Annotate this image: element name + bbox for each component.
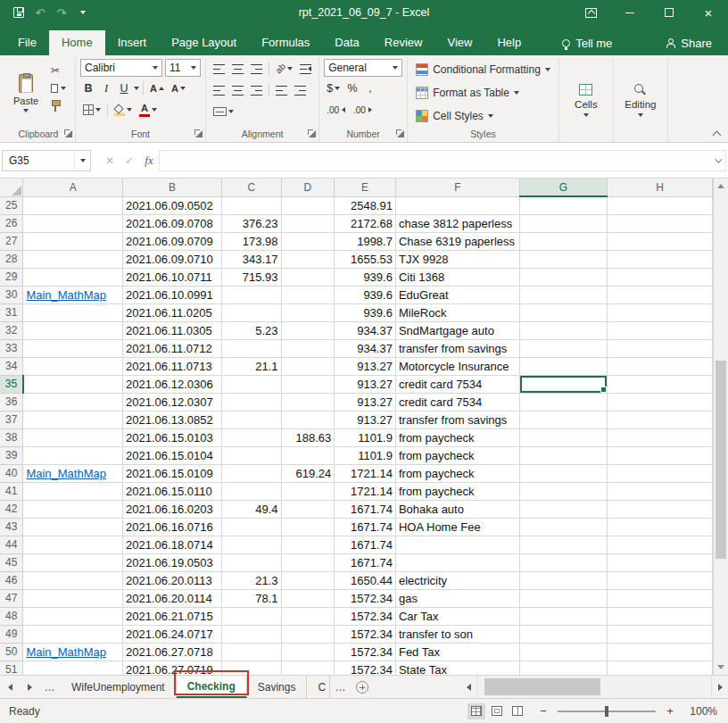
cell-F41[interactable]: from paycheck [395, 482, 519, 500]
cell-E35[interactable]: 913.27 [335, 375, 396, 393]
row-header-27[interactable]: 27 [0, 232, 23, 250]
cell-E43[interactable]: 1671.74 [335, 518, 396, 536]
cell-E29[interactable]: 939.6 [335, 268, 396, 286]
row-header-39[interactable]: 39 [0, 446, 23, 464]
cell-F39[interactable]: from paycheck [395, 446, 519, 464]
zoom-slider[interactable] [558, 711, 656, 712]
cell-A37[interactable] [23, 411, 123, 428]
cell-A32[interactable] [23, 321, 123, 339]
cell-H35[interactable] [608, 375, 713, 393]
cell-H47[interactable] [608, 589, 713, 607]
cell-G36[interactable] [519, 393, 607, 411]
column-header-D[interactable]: D [281, 179, 335, 196]
clipboard-dialog-launcher[interactable] [64, 129, 72, 137]
cell-H42[interactable] [608, 500, 713, 518]
cell-E47[interactable]: 1572.34 [335, 589, 396, 607]
cell-D50[interactable] [281, 643, 335, 661]
cell-A38[interactable] [23, 428, 123, 446]
row-header-34[interactable]: 34 [0, 357, 23, 375]
sheet-tab-wifeunemployment[interactable]: WifeUnemployment [61, 676, 177, 698]
cell-H37[interactable] [608, 411, 713, 428]
cell-D49[interactable] [281, 625, 335, 643]
column-header-H[interactable]: H [608, 179, 713, 196]
scroll-up-button[interactable] [714, 179, 728, 194]
cell-F25[interactable] [395, 196, 519, 214]
cell-C45[interactable] [221, 553, 281, 571]
cell-B40[interactable]: 2021.06.15.0109 [123, 464, 222, 482]
currency-format-button[interactable]: $ [324, 79, 343, 97]
cell-B33[interactable]: 2021.06.11.0712 [123, 339, 222, 357]
hyperlink-main_mathmap[interactable]: Main_MathMap [26, 645, 106, 659]
cell-H28[interactable] [608, 250, 713, 268]
cell-C33[interactable] [221, 339, 281, 357]
cell-A30[interactable]: Main_MathMap [23, 286, 123, 303]
cell-C51[interactable] [221, 661, 281, 675]
cell-E41[interactable]: 1721.14 [335, 482, 396, 500]
cell-A28[interactable] [23, 250, 123, 268]
row-header-32[interactable]: 32 [0, 321, 23, 339]
cell-B44[interactable]: 2021.06.18.0714 [123, 536, 222, 553]
cell-F47[interactable]: gas [395, 589, 519, 607]
cell-C30[interactable] [221, 286, 281, 303]
column-header-G[interactable]: G [519, 179, 607, 196]
cell-D27[interactable] [281, 232, 335, 250]
cell-A43[interactable] [23, 518, 123, 536]
cell-A27[interactable] [23, 232, 123, 250]
expand-formula-bar-button[interactable] [708, 150, 726, 171]
vertical-scrollbar[interactable] [713, 179, 728, 675]
row-header-49[interactable]: 49 [0, 625, 23, 643]
align-middle-button[interactable] [229, 60, 246, 78]
redo-button[interactable]: ↷ [52, 2, 71, 23]
cell-F48[interactable]: Car Tax [395, 607, 519, 625]
cell-E46[interactable]: 1650.44 [335, 571, 396, 589]
row-header-41[interactable]: 41 [0, 482, 23, 500]
cell-G48[interactable] [519, 607, 607, 625]
cell-B43[interactable]: 2021.06.16.0716 [123, 518, 222, 536]
cell-G51[interactable] [519, 661, 607, 675]
cell-C44[interactable] [221, 536, 281, 553]
cell-H46[interactable] [608, 571, 713, 589]
previous-sheet-button[interactable] [0, 676, 20, 698]
cell-H51[interactable] [608, 661, 713, 675]
cell-D36[interactable] [281, 393, 335, 411]
normal-view-button[interactable] [467, 703, 485, 719]
maximize-button[interactable] [649, 0, 689, 25]
cell-A33[interactable] [23, 339, 123, 357]
ribbon-tab-view[interactable]: View [434, 30, 484, 55]
cell-E27[interactable]: 1998.7 [335, 232, 396, 250]
column-header-F[interactable]: F [395, 179, 519, 196]
cell-B50[interactable]: 2021.06.27.0718 [123, 643, 222, 661]
editing-button[interactable]: Editing [618, 62, 663, 139]
cell-G30[interactable] [519, 286, 607, 303]
horizontal-scrollbar-thumb[interactable] [484, 678, 600, 695]
cell-F27[interactable]: Chase 6319 paperless [395, 232, 519, 250]
sheet-tab-c[interactable]: C [307, 676, 330, 698]
cell-E42[interactable]: 1671.74 [335, 500, 396, 518]
cell-D40[interactable]: 619.24 [281, 464, 335, 482]
cell-E48[interactable]: 1572.34 [335, 607, 396, 625]
cell-E32[interactable]: 934.37 [335, 321, 396, 339]
cell-F40[interactable]: from paycheck [395, 464, 519, 482]
cell-C32[interactable]: 5.23 [221, 321, 281, 339]
cell-H38[interactable] [608, 428, 713, 446]
row-header-26[interactable]: 26 [0, 214, 23, 232]
format-painter-button[interactable] [49, 98, 70, 113]
page-layout-view-button[interactable] [488, 703, 506, 719]
cell-D48[interactable] [281, 607, 335, 625]
cell-F30[interactable]: EduGreat [395, 286, 519, 303]
ribbon-tab-review[interactable]: Review [372, 30, 435, 55]
cell-H49[interactable] [608, 625, 713, 643]
cell-A42[interactable] [23, 500, 123, 518]
cell-D41[interactable] [281, 482, 335, 500]
sheet-tab-checking[interactable]: Checking [177, 676, 247, 698]
row-header-50[interactable]: 50 [0, 643, 23, 661]
ribbon-tab-file[interactable]: File [5, 30, 49, 55]
cell-F28[interactable]: TJX 9928 [395, 250, 519, 268]
cell-A34[interactable] [23, 357, 123, 375]
cell-D26[interactable] [281, 214, 335, 232]
cell-F31[interactable]: MileRock [395, 303, 519, 321]
cell-C48[interactable] [221, 607, 281, 625]
borders-button[interactable] [80, 101, 103, 119]
cell-G49[interactable] [519, 625, 607, 643]
cell-H41[interactable] [608, 482, 713, 500]
